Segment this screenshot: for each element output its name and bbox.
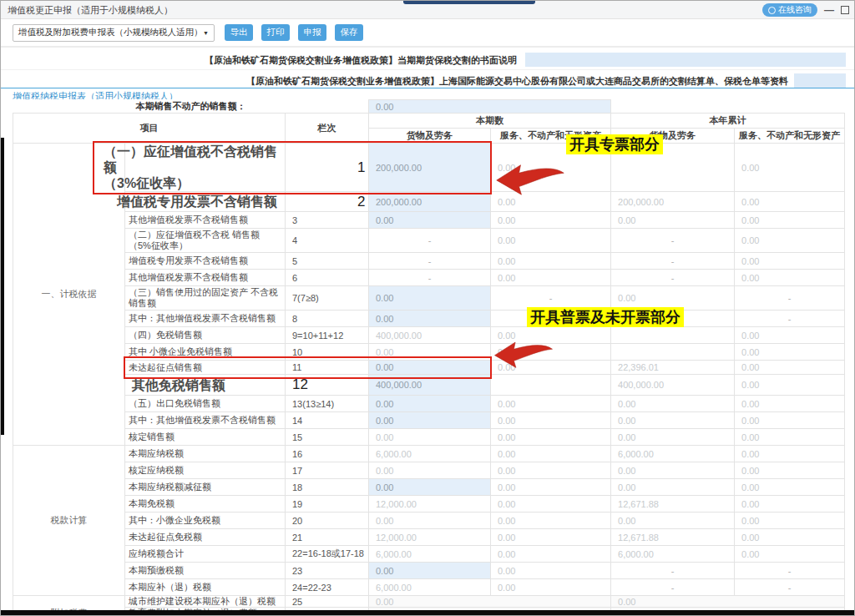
table-row: （二）应征增值税不含税 销售额 （5%征收率）4-0.00-0.00	[13, 229, 845, 253]
value-cell: 200,000.00	[611, 192, 735, 212]
lanci-cell: 9=10+11+12	[286, 327, 369, 344]
row-item-label: 其中：其他增值税发票不含税销售额	[129, 313, 276, 324]
row-item-label: 本期预缴税额	[129, 565, 184, 576]
export-button[interactable]: 导出	[225, 24, 253, 41]
table-row: 增值税专用发票不含税销售额5-0.00-0.00	[13, 253, 845, 270]
value-cell: 12,000.00	[369, 496, 491, 512]
lanci-cell: 7(7≥8)	[286, 286, 369, 311]
lanci-cell: 20	[286, 512, 369, 529]
lanci-cell: 23	[286, 563, 369, 579]
value-cell	[491, 375, 611, 396]
headset-icon	[768, 7, 776, 14]
restore-icon[interactable]	[841, 6, 849, 14]
value-cell: 0.00	[491, 563, 611, 579]
lanci-cell: 19	[286, 496, 369, 512]
table-row: 其中：其他增值税发票不含税销售额80.00-0.00-	[13, 311, 845, 327]
value-cell: 0.00	[369, 462, 491, 479]
declare-button[interactable]: 申报	[298, 24, 326, 41]
table-row: 核定应纳税额170.000.000.000.00	[13, 462, 845, 479]
value-input-cell[interactable]: 0.00	[369, 396, 491, 412]
minimize-icon[interactable]: —	[824, 6, 834, 14]
toolbar: 增值税及附加税费申报表（小规模纳税人适用） ▼ 导出 打印 申报 保存	[1, 19, 854, 48]
value-cell: 0.00	[491, 496, 611, 512]
row-item-label: 其他免税销售额	[132, 377, 225, 393]
value-input-cell[interactable]: 0.00	[369, 412, 491, 429]
value-cell: 0.00	[491, 253, 611, 270]
value-cell: 6,000.00	[369, 546, 491, 563]
value-cell: 0.00	[735, 496, 845, 512]
value-cell: 6,000.00	[611, 446, 735, 462]
value-cell: 0.00	[611, 596, 845, 608]
value-cell: 0.00	[611, 429, 735, 446]
lanci-cell: 2	[286, 192, 369, 212]
save-button[interactable]: 保存	[335, 24, 363, 41]
table-row: 核定销售额150.000.000.000.00	[13, 429, 845, 446]
lanci-cell: 5	[286, 253, 369, 270]
value-input-cell[interactable]: 0.00	[369, 563, 491, 579]
print-button[interactable]: 打印	[261, 24, 290, 41]
row-item-label: 其中：其他增值税发票不含税销售额	[129, 415, 276, 426]
value-cell: -	[735, 579, 845, 596]
value-cell: 0.00	[491, 579, 611, 596]
value-input-cell[interactable]: 0.00	[369, 479, 491, 496]
value-cell: -	[611, 229, 735, 253]
table-row: 其中：其他增值税发票不含税销售额140.000.000.000.00	[13, 412, 845, 429]
value-input-cell[interactable]: 200,000.00	[369, 192, 491, 212]
value-cell: -	[735, 286, 845, 311]
header-year-to-date: 本年累计	[611, 114, 845, 129]
item-cell: 其中：小微企业免税额	[125, 512, 286, 529]
value-cell: 0.00	[369, 429, 491, 446]
notice-input[interactable]	[525, 53, 846, 67]
row-item-label: 应纳税额合计	[129, 548, 184, 559]
row-item-label: 其中：小微企业免税额	[129, 515, 220, 526]
online-consult-button[interactable]: 在线咨询	[762, 3, 817, 17]
page-title: 增值税更正申报（适用于小规模纳税人）	[8, 4, 173, 17]
lanci-cell: 17	[286, 462, 369, 479]
value-cell: 0.00	[611, 396, 735, 412]
item-cell: 本期免税额	[125, 496, 286, 512]
immovable-sales-input[interactable]: 0.00	[369, 100, 611, 114]
table-row: （五）出口免税销售额13(13≥14)0.000.000.000.00	[13, 396, 845, 412]
item-cell: 其他增值税发票不含税销售额	[125, 270, 286, 286]
annotation-arrow-left-icon	[493, 159, 567, 198]
lanci-cell: 21	[286, 529, 369, 546]
table-row: 本期免税额1912,000.000.0012,671.880.00	[13, 496, 845, 512]
title-bar: 增值税更正申报（适用于小规模纳税人） 在线咨询 —	[1, 1, 854, 19]
item-cell: 增值税专用发票不含税销售额	[125, 253, 286, 270]
header-item: 项目	[13, 114, 286, 144]
item-cell: 本期应纳税额减征额	[125, 479, 286, 496]
item-cell: （三）销售使用过的固定资产 不含税 销售额	[125, 286, 286, 311]
value-cell: 0.00	[369, 596, 611, 608]
item-cell: 本期预缴税额	[125, 563, 286, 579]
value-input-cell[interactable]: 0.00	[369, 286, 491, 311]
value-cell: 0.00	[735, 229, 845, 253]
value-cell: 0.00	[735, 446, 845, 462]
value-input-cell[interactable]: 0.00	[369, 311, 491, 327]
notice-input[interactable]	[794, 73, 846, 88]
annotation-box-other-taxfree	[124, 356, 492, 379]
item-cell: 其中：其他增值税发票不含税销售额	[125, 311, 286, 327]
immovable-sales-row: 本期销售不动产的销售额： 0.00	[13, 100, 845, 114]
annotation-arrow-left-icon	[493, 336, 554, 371]
value-cell: 0.00	[735, 412, 845, 429]
notice-label: 【原油和铁矿石期货保税交割业务增值税政策】上海国际能源交易中心股份有限公司或大连…	[246, 75, 788, 88]
lanci-cell: 4	[286, 229, 369, 253]
value-cell: -	[369, 229, 491, 253]
value-cell: 0.00	[735, 512, 845, 529]
table-row: （四）免税销售额9=10+11+12400,000.000.000.00	[13, 327, 845, 344]
item-cell: 其中：其他增值税发票不含税销售额	[125, 412, 286, 429]
row-item-label: （三）销售使用过的固定资产 不含税 销售额	[129, 287, 278, 309]
row-item-label: 其他增值税发票不含税销售额	[129, 215, 248, 225]
online-consult-label: 在线咨询	[778, 4, 812, 16]
frame-strip-left	[1, 138, 4, 435]
table-row: 本期预缴税额230.000.00--	[13, 563, 845, 579]
value-input-cell[interactable]: 0.00	[369, 212, 491, 229]
value-cell: 0.00	[735, 212, 845, 229]
table-row: （三）销售使用过的固定资产 不含税 销售额7(7≥8)0.00-0.00-	[13, 286, 845, 311]
header-services-assets: 服务、不动产和无形资产	[735, 129, 845, 144]
item-cell: 本期应纳税额	[125, 446, 286, 462]
value-cell: -	[735, 311, 845, 327]
value-cell: 0.00	[491, 212, 611, 229]
lanci-cell: 16	[286, 446, 369, 462]
report-type-select[interactable]: 增值税及附加税费申报表（小规模纳税人适用） ▼	[13, 24, 215, 42]
